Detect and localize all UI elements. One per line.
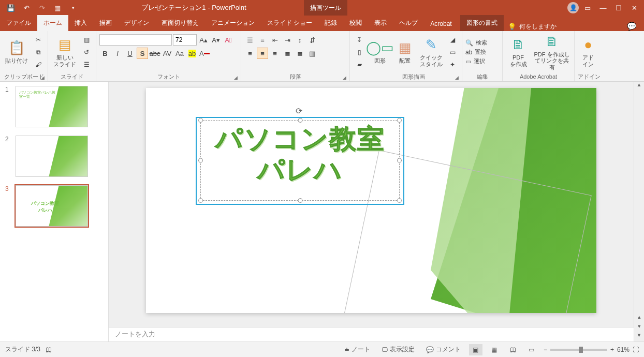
notes-toggle[interactable]: ≐ノート	[341, 344, 373, 355]
display-settings-button[interactable]: 🖵表示設定	[378, 344, 418, 355]
tab-view[interactable]: 表示	[368, 15, 393, 31]
tab-insert[interactable]: 挿入	[68, 15, 93, 31]
bold-button[interactable]: B	[99, 48, 111, 59]
tab-home[interactable]: ホーム	[37, 15, 68, 31]
prev-slide-icon[interactable]: ▴	[634, 314, 644, 323]
decrease-font-button[interactable]: A▾	[210, 34, 222, 46]
resize-handle-sw[interactable]	[198, 198, 203, 203]
line-spacing-button[interactable]: ↕	[294, 34, 305, 46]
tab-design[interactable]: デザイン	[118, 15, 155, 31]
paste-button[interactable]: 📋 貼り付け	[3, 34, 30, 71]
fit-to-window-button[interactable]: ⛶	[633, 346, 639, 353]
paragraph-launcher-icon[interactable]: ◢	[343, 75, 346, 80]
align-left-button[interactable]: ≡	[244, 48, 256, 59]
tab-help[interactable]: ヘルプ	[393, 15, 424, 31]
zoom-slider[interactable]	[550, 349, 607, 351]
tab-transitions[interactable]: 画面切り替え	[155, 15, 205, 31]
thumbnail-2[interactable]: 2	[5, 136, 103, 177]
distributed-button[interactable]: ≣	[294, 48, 305, 59]
tab-draw[interactable]: 描画	[93, 15, 118, 31]
addins-button[interactable]: ●アド イン	[578, 34, 598, 71]
slide-sorter-button[interactable]: ▦	[488, 344, 501, 355]
underline-button[interactable]: U	[124, 48, 136, 59]
convert-smartart-button[interactable]: ▰	[353, 59, 365, 70]
shadow-button[interactable]: S	[137, 48, 148, 59]
increase-indent-button[interactable]: ⇥	[282, 34, 293, 46]
zoom-in-button[interactable]: +	[610, 346, 614, 353]
comments-button[interactable]: 💬コメント	[423, 344, 464, 355]
slideshow-view-button[interactable]: ▭	[525, 344, 538, 355]
font-name-input[interactable]	[99, 34, 172, 46]
zoom-out-button[interactable]: −	[544, 346, 547, 353]
increase-font-button[interactable]: A▴	[198, 34, 209, 46]
font-launcher-icon[interactable]: ◢	[234, 75, 238, 80]
tab-file[interactable]: ファイル	[0, 15, 37, 31]
decrease-indent-button[interactable]: ⇤	[269, 34, 281, 46]
resize-handle-nw[interactable]	[198, 118, 203, 123]
tab-record[interactable]: 記録	[318, 15, 343, 31]
shape-outline-button[interactable]: ▭	[446, 47, 459, 58]
textbox-selected[interactable]: ⟳ パソコン教室 パレハ	[200, 120, 400, 201]
undo-icon[interactable]: ↶	[20, 1, 33, 14]
redo-icon[interactable]: ↷	[35, 1, 49, 14]
tab-review[interactable]: 校閲	[343, 15, 368, 31]
character-spacing-button[interactable]: AV	[162, 48, 173, 59]
tab-animations[interactable]: アニメーション	[205, 15, 261, 31]
minimize-icon[interactable]: —	[596, 1, 610, 14]
italic-button[interactable]: I	[112, 48, 123, 59]
cut-button[interactable]: ✂	[32, 34, 45, 46]
reset-button[interactable]: ↺	[80, 47, 93, 58]
text-direction-button[interactable]: ⇵	[306, 34, 318, 46]
next-slide-icon[interactable]: ▾	[634, 323, 644, 332]
share-pdf-button[interactable]: 🗎PDF を作成し てリンクを共有	[533, 34, 571, 71]
scroll-up-icon[interactable]: ▲	[634, 82, 644, 91]
thumbnail-1[interactable]: 1 パソコン教室パレハ教室一覧	[5, 86, 103, 127]
slide-canvas[interactable]: ⟳ パソコン教室 パレハ	[146, 88, 596, 313]
copy-button[interactable]: ⧉	[32, 47, 45, 58]
reading-view-button[interactable]: 🕮	[506, 344, 520, 355]
notes-pane[interactable]: ノートを入力	[109, 327, 634, 341]
resize-handle-ne[interactable]	[397, 118, 402, 123]
shape-fill-button[interactable]: ◢	[446, 34, 459, 46]
resize-handle-s[interactable]	[298, 198, 302, 203]
tab-shape-format[interactable]: 図形の書式	[460, 15, 504, 31]
thumbnail-3[interactable]: 3 パソコン教室パレハ	[5, 185, 103, 227]
resize-handle-w[interactable]	[198, 158, 203, 163]
numbering-button[interactable]: ≡	[257, 34, 268, 46]
save-icon[interactable]: 💾	[4, 1, 18, 14]
layout-button[interactable]: ▥	[80, 34, 93, 46]
bullets-button[interactable]: ☰	[244, 34, 256, 46]
align-text-button[interactable]: ▯	[353, 47, 365, 58]
justify-button[interactable]: ≣	[282, 48, 293, 59]
start-from-beginning-icon[interactable]: ▦	[51, 1, 64, 14]
change-case-button[interactable]: Aa	[174, 48, 185, 59]
replace-button[interactable]: ab置換	[465, 48, 487, 56]
spellcheck-icon[interactable]: 🕮	[46, 346, 52, 353]
select-button[interactable]: ▭選択	[465, 57, 487, 65]
clipboard-launcher-icon[interactable]: ◢	[41, 75, 45, 80]
format-painter-button[interactable]: 🖌	[32, 59, 45, 70]
align-center-button[interactable]: ≡	[257, 48, 268, 59]
ribbon-display-options-icon[interactable]: ▭	[581, 1, 594, 14]
scroll-down-icon[interactable]: ▼	[634, 332, 644, 341]
clear-formatting-button[interactable]: A⃠	[223, 34, 234, 46]
strikethrough-button[interactable]: abc	[149, 48, 160, 59]
maximize-icon[interactable]: ☐	[612, 1, 625, 14]
resize-handle-se[interactable]	[397, 198, 402, 203]
vertical-scrollbar[interactable]: ▲ ▴ ▾ ▼	[634, 82, 644, 341]
close-icon[interactable]: ✕	[627, 1, 641, 14]
shape-effects-button[interactable]: ✦	[446, 59, 459, 70]
tell-me[interactable]: 💡 何をしますか	[508, 22, 557, 31]
share-button[interactable]: 💬	[620, 22, 644, 31]
text-direction-vertical-button[interactable]: ↧	[353, 34, 365, 46]
align-right-button[interactable]: ≡	[269, 48, 281, 59]
tab-acrobat[interactable]: Acrobat	[424, 17, 458, 31]
normal-view-button[interactable]: ▣	[469, 344, 482, 355]
quick-styles-button[interactable]: ✎クイック スタイル	[418, 34, 444, 71]
rotate-handle-icon[interactable]: ⟳	[296, 106, 305, 115]
font-color-button[interactable]: A	[199, 48, 210, 59]
section-button[interactable]: ☰	[80, 59, 93, 70]
columns-button[interactable]: ▥	[306, 48, 318, 59]
font-size-input[interactable]	[173, 34, 197, 46]
tab-slideshow[interactable]: スライド ショー	[261, 15, 318, 31]
